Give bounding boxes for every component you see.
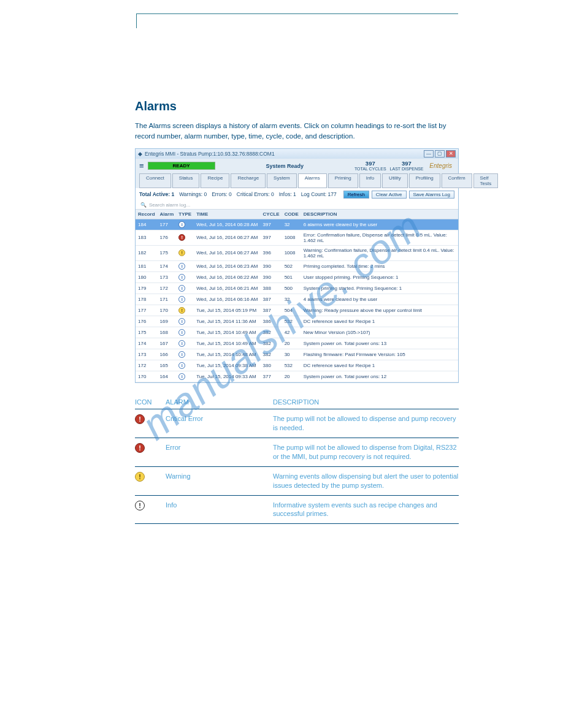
alarm-type-info-icon: i (178, 263, 185, 270)
save-alarms-log-button[interactable]: Save Alarms Log (409, 191, 454, 199)
tab-alarms[interactable]: Alarms (298, 173, 327, 188)
legend-alarm-name: Info (166, 501, 267, 519)
section-title: Alarms (135, 99, 177, 113)
legend-alarm-name: Error (166, 443, 267, 461)
legend-alarm-name: Warning (166, 472, 267, 490)
system-ready-label: System Ready (219, 163, 351, 169)
legend-err-icon: ! (135, 414, 145, 424)
alarm-type-info-icon: i (178, 340, 185, 347)
legend-hdr-icon: ICON (135, 398, 159, 407)
summary-bar: Total Active: 1 Warnings: 0 Errors: 0 Cr… (136, 188, 458, 201)
tab-strip: ConnectStatusRecipeRechargeSystemAlarmsP… (136, 173, 458, 188)
legend-err-icon: ! (135, 443, 145, 453)
tab-utility[interactable]: Utility (382, 173, 408, 188)
table-row[interactable]: 178171iWed, Jul 16, 2014 06:16 AM387324 … (136, 294, 458, 305)
window-title: Entegris MMI - Stratus Pump:1:10.93.32.7… (145, 151, 275, 157)
intro-paragraph: The Alarms screen displays a history of … (135, 121, 459, 142)
app-window: ◆ Entegris MMI - Stratus Pump:1:10.93.32… (135, 148, 459, 383)
app-icon: ◆ (138, 151, 142, 157)
alarm-type-warn-icon: ! (178, 307, 185, 314)
ready-badge: READY (148, 162, 215, 170)
tab-recipe[interactable]: Recipe (201, 173, 229, 188)
search-placeholder: Search alarm log... (149, 202, 190, 208)
stat-total-cycles: 397TOTAL CYCLES (354, 161, 386, 172)
col-cycle[interactable]: CYCLE (261, 210, 282, 219)
window-minimize-button[interactable]: — (424, 150, 434, 157)
summary-logcount: Log Count: 177 (301, 191, 337, 197)
search-icon: 🔍 (140, 202, 147, 208)
table-row[interactable]: 172165iTue, Jul 15, 2014 09:38 AM380532D… (136, 360, 458, 371)
col-record[interactable]: Record (136, 210, 158, 219)
alarm-type-info-icon: i (178, 285, 185, 292)
legend-row: !ErrorThe pump will not be allowed to di… (135, 438, 459, 466)
clear-active-button[interactable]: Clear Active (372, 191, 407, 199)
stat-last-dispense: 397LAST DISPENSE (390, 161, 424, 172)
refresh-button[interactable]: Refresh (343, 191, 369, 199)
tab-confirm[interactable]: Confirm (442, 173, 472, 188)
col-alarm[interactable]: Alarm (158, 210, 177, 219)
table-row[interactable]: 176169iTue, Jul 15, 2014 11:36 AM386532D… (136, 316, 458, 327)
alarm-type-err-icon: ! (178, 234, 185, 241)
alarm-type-info-icon: i (178, 274, 185, 281)
alarm-type-info-icon: i (178, 221, 185, 228)
col-type[interactable]: TYPE (176, 210, 194, 219)
tab-recharge[interactable]: Recharge (231, 173, 266, 188)
alarm-type-info-icon: i (178, 296, 185, 303)
tab-status[interactable]: Status (172, 173, 200, 188)
tab-info[interactable]: Info (359, 173, 381, 188)
alarm-type-info-icon: i (178, 362, 185, 369)
table-row[interactable]: 179172iWed, Jul 16, 2014 06:21 AM388500S… (136, 282, 458, 294)
table-row[interactable]: 183176!Wed, Jul 16, 2014 06:27 AM3971008… (136, 230, 458, 245)
legend-alarm-name: Critical Error (166, 414, 267, 433)
tab-profiling[interactable]: Profiling (409, 173, 440, 188)
table-row[interactable]: 181174iWed, Jul 16, 2014 06:23 AM390502P… (136, 260, 458, 271)
alarm-type-info-icon: i (178, 318, 185, 325)
top-status-bar: ≡ READY System Ready 397TOTAL CYCLES 397… (136, 159, 458, 173)
legend-row: !WarningWarning events allow dispensing … (135, 466, 459, 495)
window-maximize-button[interactable]: ▢ (435, 150, 445, 157)
table-row[interactable]: 170164iTue, Jul 15, 2014 09:33 AM37720Sy… (136, 371, 458, 382)
tab-connect[interactable]: Connect (139, 173, 171, 188)
titlebar: ◆ Entegris MMI - Stratus Pump:1:10.93.32… (136, 149, 458, 159)
summary-critical: Critical Errors: 0 (237, 191, 274, 197)
legend-alarm-desc: The pump will not be allowed to dispense… (273, 443, 459, 461)
legend-alarm-desc: The pump will not be allowed to dispense… (273, 414, 459, 433)
table-row[interactable]: 182175!Wed, Jul 16, 2014 06:27 AM3961008… (136, 245, 458, 260)
table-row[interactable]: 177170!Tue, Jul 15, 2014 05:19 PM387504W… (136, 305, 458, 316)
alarm-type-info-icon: i (178, 351, 185, 358)
table-row[interactable]: 180173iWed, Jul 16, 2014 06:22 AM390501U… (136, 271, 458, 282)
window-close-button[interactable]: ✕ (446, 150, 456, 157)
table-row[interactable]: 173166iTue, Jul 15, 2014 10:48 AM38230Fl… (136, 349, 458, 360)
table-row[interactable]: 174167iTue, Jul 15, 2014 10:49 AM38220Sy… (136, 338, 458, 349)
tab-priming[interactable]: Priming (328, 173, 358, 188)
col-code[interactable]: CODE (282, 210, 301, 219)
summary-infos: Infos: 1 (279, 191, 296, 197)
legend-hdr-desc: DESCRIPTION (273, 398, 459, 407)
entegris-logo: Entegris (427, 162, 454, 169)
summary-total-active: Total Active: 1 (139, 191, 174, 197)
summary-warnings: Warnings: 0 (179, 191, 207, 197)
col-desc[interactable]: DESCRIPTION (301, 210, 458, 219)
legend-plain-icon: ! (135, 501, 145, 510)
legend-header: ICON ALARM DESCRIPTION (135, 395, 459, 409)
legend-row: !Critical ErrorThe pump will not be allo… (135, 409, 459, 438)
legend-alarm-desc: Informative system events such as recipe… (273, 501, 459, 519)
menu-icon[interactable]: ≡ (139, 161, 144, 170)
alarms-table: Record Alarm TYPE TIME CYCLE CODE DESCRI… (136, 210, 458, 382)
legend-row: !InfoInformative system events such as r… (135, 495, 459, 525)
tab-self-tests[interactable]: Self Tests (473, 173, 499, 188)
tab-system[interactable]: System (267, 173, 297, 188)
legend-warn-icon: ! (135, 472, 145, 482)
legend-alarm-desc: Warning events allow dispensing but aler… (273, 472, 459, 490)
search-bar[interactable]: 🔍 Search alarm log... (136, 201, 458, 210)
legend-table: ICON ALARM DESCRIPTION !Critical ErrorTh… (135, 395, 459, 525)
legend-hdr-alarm: ALARM (166, 398, 267, 407)
table-row[interactable]: 175168iTue, Jul 15, 2014 10:49 AM38242Ne… (136, 327, 458, 338)
alarm-type-info-icon: i (178, 329, 185, 336)
summary-errors: Errors: 0 (212, 191, 232, 197)
col-time[interactable]: TIME (194, 210, 260, 219)
alarm-type-warn-icon: ! (178, 249, 185, 256)
page-corner-rule (136, 13, 458, 28)
table-row[interactable]: 184177iWed, Jul 16, 2014 06:28 AM397326 … (136, 219, 458, 230)
alarm-type-info-icon: i (178, 373, 185, 380)
